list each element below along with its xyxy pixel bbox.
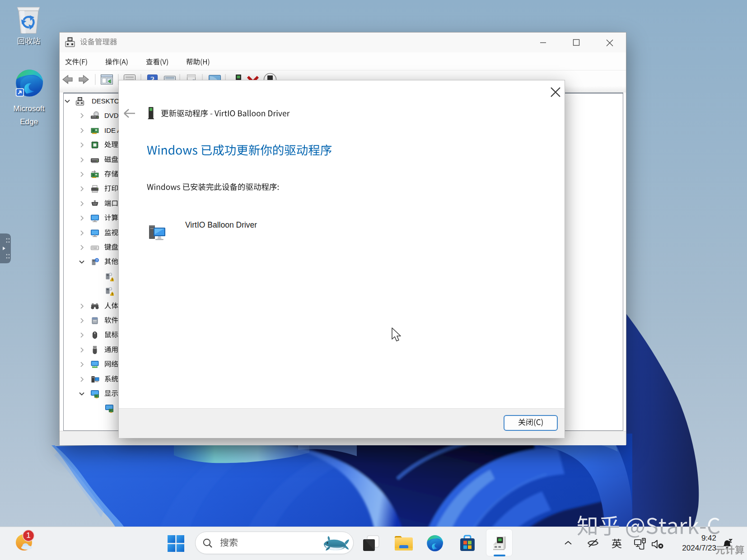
svg-text:1: 1 (26, 531, 30, 540)
svg-text:?: ? (96, 259, 98, 262)
